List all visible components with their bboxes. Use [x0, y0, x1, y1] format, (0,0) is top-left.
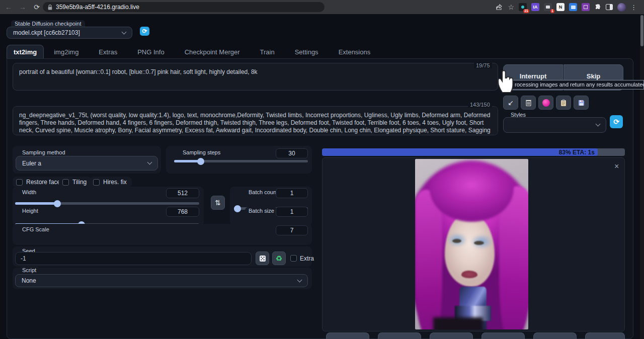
floppy-disk-icon: [578, 100, 585, 106]
tab-checkpoint-merger[interactable]: Checkpoint Merger: [175, 45, 250, 59]
negative-prompt-input[interactable]: ng_deepnegative_v1_75t, (worst quality, …: [13, 106, 498, 135]
script-select[interactable]: None: [15, 274, 308, 287]
url-text: 359e5b9a-a5ff-4216.gradio.live: [56, 4, 139, 11]
sampling-steps-label: Sampling steps: [179, 149, 224, 157]
seed-extra-label: Extra: [300, 255, 314, 262]
random-seed-button[interactable]: [256, 251, 269, 265]
batch-size-label: Batch size: [245, 207, 278, 215]
close-image-button[interactable]: ×: [614, 162, 619, 171]
extension-chat-badge: 1: [550, 9, 554, 13]
swap-arrows-icon: ⇅: [215, 199, 221, 207]
chevron-down-icon: [147, 160, 152, 165]
address-bar[interactable]: 359e5b9a-a5ff-4216.gradio.live: [43, 2, 325, 12]
script-label: Script: [19, 267, 40, 275]
negative-prompt-box: ng_deepnegative_v1_75t, (worst quality, …: [13, 106, 498, 135]
swap-dimensions-button[interactable]: ⇅: [211, 196, 225, 210]
prompt-input[interactable]: portrait of a beautiful [woman::0.1] rob…: [13, 63, 498, 91]
reuse-seed-button[interactable]: ♻: [272, 251, 286, 265]
tab-train[interactable]: Train: [250, 45, 285, 59]
generated-image[interactable]: [415, 159, 528, 329]
open-folder-button[interactable]: [585, 332, 625, 339]
width-value[interactable]: 512: [166, 188, 199, 198]
checkpoint-select[interactable]: model.ckpt [cc6cb27103]: [7, 27, 132, 39]
forward-button[interactable]: →: [17, 3, 28, 11]
batch-count-value[interactable]: 1: [276, 188, 308, 198]
chevron-down-icon: [596, 122, 601, 127]
styles-select[interactable]: [503, 117, 606, 133]
width-label: Width: [19, 189, 40, 197]
share-icon[interactable]: [496, 4, 503, 11]
send-to-img2img-button[interactable]: [430, 332, 473, 339]
hires-fix-checkbox[interactable]: [93, 179, 100, 186]
cfg-scale-label: CFG Scale: [19, 226, 53, 234]
sampling-method-select[interactable]: Euler a: [16, 156, 158, 171]
extension-pin-badge: 21: [523, 9, 529, 13]
page-scrollbar[interactable]: [640, 14, 644, 339]
send-to-extras-button[interactable]: [533, 332, 577, 339]
tab-txt2img[interactable]: txt2img: [7, 45, 44, 59]
negative-token-counter: 143/150: [468, 102, 492, 108]
extension-notion-icon[interactable]: N: [556, 3, 565, 11]
tab-img2img[interactable]: img2img: [44, 45, 89, 59]
cfg-scale-value[interactable]: 7: [276, 225, 308, 235]
recycle-icon: ♻: [276, 254, 282, 263]
width-slider[interactable]: [15, 202, 199, 205]
checkpoint-refresh-button[interactable]: ⟳: [140, 27, 149, 36]
extra-networks-button[interactable]: [538, 96, 553, 110]
prompt-box: portrait of a beautiful [woman::0.1] rob…: [13, 63, 498, 91]
back-button[interactable]: ←: [3, 3, 14, 11]
reload-button[interactable]: ⟳: [31, 3, 42, 11]
tab-bar: txt2img img2img Extras PNG Info Checkpoi…: [7, 45, 380, 59]
apply-style-button[interactable]: [556, 96, 571, 110]
tiling-checkbox[interactable]: [62, 179, 69, 186]
progress-label: 83% ETA: 1s: [559, 149, 595, 156]
hires-fix-checkbox-row[interactable]: Hires. fix: [90, 177, 132, 188]
save-zip-button[interactable]: [378, 332, 421, 339]
restore-faces-checkbox[interactable]: [16, 179, 23, 186]
extension-chat-icon[interactable]: 1: [544, 3, 552, 11]
tiling-checkbox-row[interactable]: Tiling: [59, 177, 92, 188]
tab-settings[interactable]: Settings: [285, 45, 329, 59]
progress-bar-fill: 83% ETA: 1s: [322, 148, 598, 156]
sampling-steps-value[interactable]: 30: [276, 148, 308, 158]
side-panel-icon[interactable]: [606, 4, 613, 10]
extension-onenote-icon[interactable]: [582, 3, 590, 11]
height-value[interactable]: 768: [166, 207, 199, 217]
seed-extra-checkbox[interactable]: [290, 255, 297, 262]
checkpoint-value: model.ckpt [cc6cb27103]: [13, 29, 80, 36]
tab-extras[interactable]: Extras: [89, 45, 127, 59]
extension-image-icon[interactable]: [569, 3, 577, 11]
browser-menu-icon[interactable]: ⋮: [630, 4, 637, 11]
trash-icon: [525, 99, 532, 106]
interrupt-tooltip: rocessing images and return any results …: [511, 80, 644, 90]
save-style-button[interactable]: [574, 96, 589, 110]
sampling-steps-slider[interactable]: [174, 160, 308, 162]
arrow-down-left-icon: ↙: [508, 99, 514, 107]
cfg-scale-block: [13, 224, 312, 245]
extra-networks-card-icon: [542, 99, 550, 107]
paste-generation-params-button[interactable]: ↙: [503, 96, 518, 110]
extensions-puzzle-icon[interactable]: [594, 4, 601, 11]
progress-bar: 83% ETA: 1s: [322, 148, 625, 156]
height-label: Height: [19, 207, 42, 215]
extension-ia-icon[interactable]: IA: [531, 3, 539, 11]
tab-extensions[interactable]: Extensions: [329, 45, 381, 59]
hand-cursor: [496, 68, 517, 94]
browser-toolbar: ← → ⟳ 359e5b9a-a5ff-4216.gradio.live ☆ 2…: [0, 0, 644, 14]
lock-icon: [48, 5, 52, 10]
extension-pin-icon[interactable]: 21: [519, 3, 527, 11]
save-button[interactable]: [326, 332, 369, 339]
chevron-down-icon: [297, 277, 302, 282]
chevron-down-icon: [122, 29, 127, 34]
send-to-inpaint-button[interactable]: [481, 332, 525, 339]
dice-icon: [259, 255, 266, 262]
styles-refresh-button[interactable]: ⟳: [610, 115, 623, 128]
seed-input[interactable]: -1: [15, 252, 252, 265]
profile-avatar[interactable]: [617, 3, 626, 12]
page-scrollbar-thumb[interactable]: [640, 15, 643, 46]
tab-png-info[interactable]: PNG Info: [127, 45, 174, 59]
clear-prompt-button[interactable]: [521, 96, 536, 110]
bookmark-star-icon[interactable]: ☆: [508, 3, 514, 11]
prompt-token-counter: 19/75: [474, 62, 492, 68]
batch-size-value[interactable]: 1: [276, 207, 308, 217]
